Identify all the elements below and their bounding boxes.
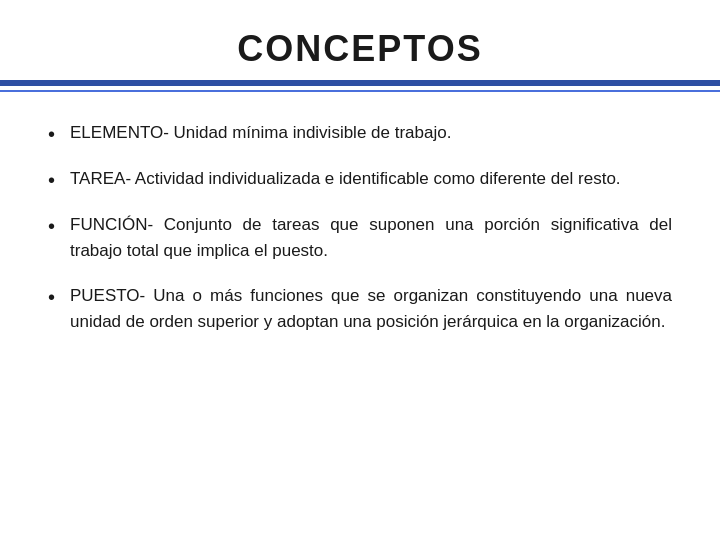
bullet-text-funcion: FUNCIÓN- Conjunto de tareas que suponen … — [70, 212, 672, 265]
list-item: • FUNCIÓN- Conjunto de tareas que supone… — [48, 212, 672, 265]
bullet-text-puesto: PUESTO- Una o más funciones que se organ… — [70, 283, 672, 336]
blue-bar-thick — [0, 80, 720, 86]
title-area: CONCEPTOS — [0, 0, 720, 80]
slide-container: CONCEPTOS • ELEMENTO- Unidad mínima indi… — [0, 0, 720, 540]
bullet-text-elemento: ELEMENTO- Unidad mínima indivisible de t… — [70, 120, 672, 146]
slide-title: CONCEPTOS — [40, 28, 680, 70]
list-item: • PUESTO- Una o más funciones que se org… — [48, 283, 672, 336]
list-item: • TAREA- Actividad individualizada e ide… — [48, 166, 672, 194]
bullet-dot: • — [48, 166, 70, 194]
list-item: • ELEMENTO- Unidad mínima indivisible de… — [48, 120, 672, 148]
bullet-dot: • — [48, 212, 70, 240]
blue-bar-thin — [0, 90, 720, 92]
bullet-text-tarea: TAREA- Actividad individualizada e ident… — [70, 166, 672, 192]
bullet-dot: • — [48, 283, 70, 311]
bullet-dot: • — [48, 120, 70, 148]
bullet-list: • ELEMENTO- Unidad mínima indivisible de… — [48, 120, 672, 335]
content-area: • ELEMENTO- Unidad mínima indivisible de… — [0, 110, 720, 540]
